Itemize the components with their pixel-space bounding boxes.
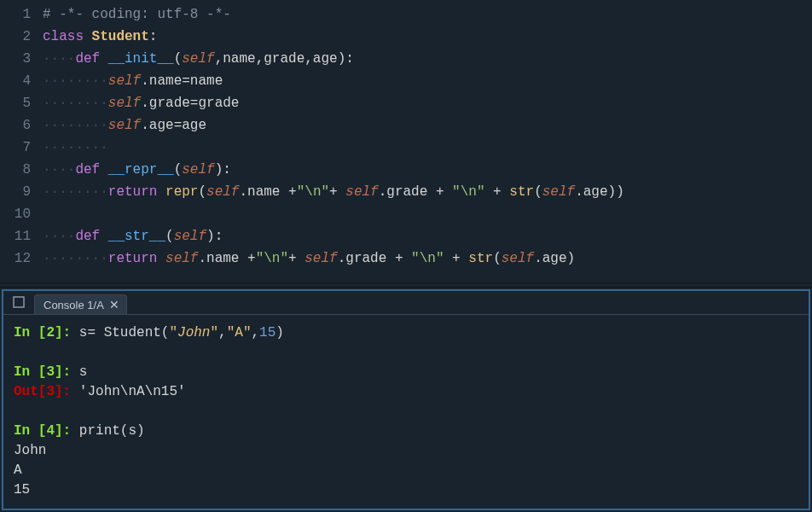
code-editor[interactable]: 123456789101112 # -*- coding: utf-8 -*-c… bbox=[0, 0, 812, 282]
console-output[interactable]: In [2]: s= Student("John","A",15) In [3]… bbox=[3, 315, 809, 509]
code-token: grade bbox=[198, 96, 239, 111]
code-token: self bbox=[502, 251, 534, 266]
code-token: ···· bbox=[43, 229, 75, 244]
code-token: .age)) bbox=[575, 184, 624, 200]
code-line[interactable]: ····def __str__(self): bbox=[43, 225, 812, 247]
console-pane: Console 1/A ✕ In [2]: s= Student("John",… bbox=[2, 289, 810, 510]
code-token: self bbox=[174, 229, 206, 244]
code-token: self bbox=[108, 96, 141, 111]
code-token: class bbox=[43, 29, 92, 44]
code-token: # -*- coding: utf-8 -*- bbox=[43, 7, 231, 22]
code-token: ( bbox=[174, 162, 183, 177]
code-token: ( bbox=[198, 184, 206, 200]
code-line[interactable]: ········self.name=name bbox=[43, 70, 812, 92]
console-token: A bbox=[14, 463, 22, 478]
code-token: = bbox=[174, 118, 183, 133]
code-token: + bbox=[395, 251, 411, 266]
console-token: "A" bbox=[227, 325, 252, 340]
code-token: ········ bbox=[43, 73, 108, 89]
console-token: " bbox=[169, 325, 177, 340]
line-number: 5 bbox=[9, 92, 31, 114]
code-token: ···· bbox=[43, 51, 75, 67]
code-token: + bbox=[444, 251, 469, 266]
code-token: ( bbox=[174, 51, 183, 67]
code-token: ········ bbox=[43, 118, 108, 133]
line-number: 8 bbox=[9, 159, 31, 181]
code-token: .grade bbox=[379, 184, 436, 200]
code-line[interactable]: ········return self.name +"\n"+ self.gra… bbox=[43, 247, 812, 270]
panel-options-icon[interactable] bbox=[9, 292, 29, 312]
code-token: .name bbox=[141, 73, 182, 89]
code-line[interactable]: ····def __repr__(self): bbox=[43, 159, 812, 181]
code-token: "\n" bbox=[411, 251, 444, 266]
code-line[interactable]: ········self.grade=grade bbox=[43, 92, 812, 114]
console-token: John bbox=[14, 443, 46, 458]
code-token: "\n" bbox=[256, 251, 288, 266]
console-token: ) bbox=[276, 325, 284, 340]
code-line[interactable]: ········self.age=age bbox=[43, 114, 812, 137]
code-token: def bbox=[75, 51, 107, 67]
console-tab-label: Console 1/A bbox=[44, 299, 104, 311]
console-token: , bbox=[218, 325, 227, 340]
code-line[interactable] bbox=[43, 203, 812, 225]
console-token: s= Student( bbox=[79, 325, 170, 340]
code-token: ········ bbox=[43, 140, 108, 155]
code-line[interactable]: ····def __init__(self,name,grade,age): bbox=[43, 48, 812, 70]
line-number: 1 bbox=[9, 3, 31, 26]
prompt-number: 3 bbox=[46, 384, 55, 399]
code-line[interactable]: ········ bbox=[43, 137, 812, 159]
console-tab[interactable]: Console 1/A ✕ bbox=[34, 294, 127, 314]
console-token: print bbox=[79, 423, 120, 439]
console-token: , bbox=[252, 325, 260, 340]
code-token: ········ bbox=[43, 96, 108, 111]
code-token: ,name,grade,age): bbox=[215, 51, 354, 67]
line-number: 10 bbox=[9, 203, 31, 225]
console-line: In [2]: s= Student("John","A",15) bbox=[14, 323, 798, 343]
code-token: .name bbox=[198, 251, 247, 266]
code-token: ········ bbox=[43, 251, 108, 266]
in-prompt: In [ bbox=[14, 325, 46, 340]
code-token: self bbox=[108, 73, 141, 89]
code-token: return bbox=[108, 251, 165, 266]
pane-splitter[interactable] bbox=[0, 282, 812, 288]
line-number: 7 bbox=[9, 137, 31, 159]
code-token: "\n" bbox=[452, 184, 484, 200]
code-token: + bbox=[288, 184, 297, 200]
code-token: "\n" bbox=[297, 184, 329, 200]
close-icon[interactable]: ✕ bbox=[109, 298, 119, 311]
code-token: return bbox=[108, 184, 165, 200]
console-token: s bbox=[79, 364, 88, 380]
code-token: def bbox=[75, 229, 107, 244]
code-token: + bbox=[288, 251, 304, 266]
code-token: ): bbox=[215, 162, 231, 177]
in-prompt: In [ bbox=[14, 423, 46, 439]
code-token: __str__ bbox=[108, 229, 165, 244]
code-line[interactable]: # -*- coding: utf-8 -*- bbox=[43, 3, 812, 26]
console-line: Out[3]: 'John\nA\n15' bbox=[14, 382, 798, 402]
console-line bbox=[14, 402, 798, 422]
console-token: 15 bbox=[14, 482, 30, 497]
code-token: .grade bbox=[338, 251, 395, 266]
code-token: .grade bbox=[141, 96, 190, 111]
console-line: 15 bbox=[14, 480, 798, 500]
line-number: 9 bbox=[9, 181, 31, 203]
code-line[interactable]: ········return repr(self.name +"\n"+ sel… bbox=[43, 181, 812, 203]
console-token: (s) bbox=[120, 423, 145, 439]
code-token: = bbox=[182, 73, 190, 89]
code-area[interactable]: # -*- coding: utf-8 -*-class Student:···… bbox=[43, 0, 812, 282]
line-number-gutter: 123456789101112 bbox=[0, 0, 43, 282]
code-token: ): bbox=[206, 229, 223, 244]
code-token: ···· bbox=[43, 162, 75, 177]
prompt-number: 3 bbox=[46, 364, 55, 380]
code-token: + bbox=[329, 184, 345, 200]
console-token: 15 bbox=[259, 325, 276, 340]
prompt-number: 2 bbox=[46, 325, 55, 340]
code-token: = bbox=[190, 96, 199, 111]
code-token: def bbox=[75, 162, 107, 177]
code-line[interactable]: class Student: bbox=[43, 26, 812, 48]
code-token: ········ bbox=[43, 184, 108, 200]
code-token: : bbox=[149, 29, 158, 44]
code-token: ( bbox=[534, 184, 542, 200]
in-prompt: In [ bbox=[14, 364, 46, 380]
code-token: self bbox=[108, 118, 141, 133]
